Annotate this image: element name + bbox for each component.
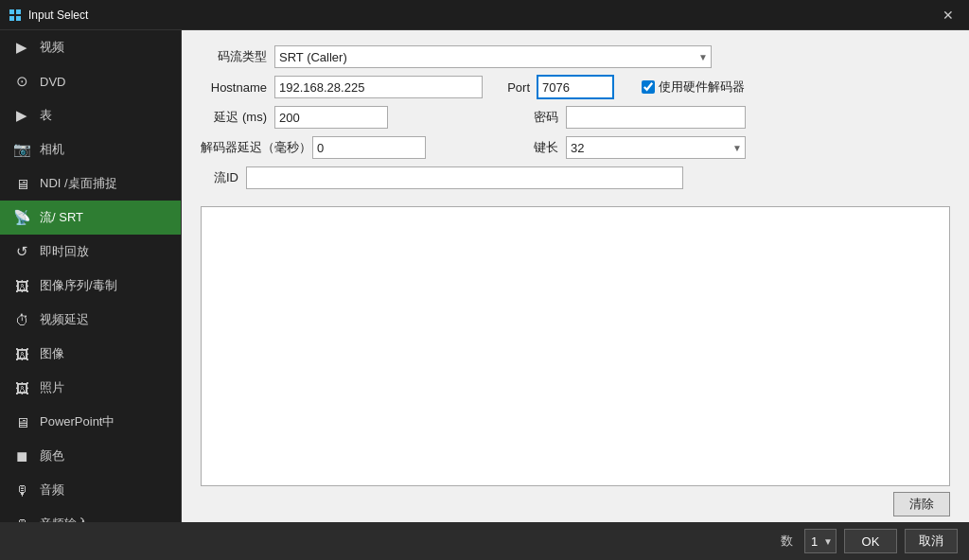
stream-icon: 📡 xyxy=(11,207,32,228)
table-icon: ▶ xyxy=(11,105,32,126)
stream-type-label: 码流类型 xyxy=(201,48,267,65)
hardware-decoder-label[interactable]: 使用硬件解码器 xyxy=(659,79,745,96)
sidebar-item-label-image: 图像 xyxy=(40,345,64,362)
hostname-input[interactable] xyxy=(274,76,483,98)
port-input[interactable] xyxy=(537,76,613,98)
sidebar-item-label-imageseq: 图像序列/毒制 xyxy=(40,277,117,294)
sidebar-item-table[interactable]: ▶表 xyxy=(0,98,181,132)
sidebar-item-label-powerpoint: PowerPoint中 xyxy=(40,413,115,430)
password-input[interactable] xyxy=(566,106,746,129)
port-label: Port xyxy=(492,80,530,95)
hostname-label: Hostname xyxy=(201,80,267,95)
svg-rect-0 xyxy=(9,9,14,14)
sidebar-item-label-replay: 即时回放 xyxy=(40,243,89,260)
replay-icon: ↺ xyxy=(11,241,32,262)
sidebar-item-label-camera: 相机 xyxy=(40,141,64,158)
hardware-decoder-checkbox[interactable] xyxy=(642,80,655,94)
sidebar-item-label-table: 表 xyxy=(40,107,52,124)
decoder-delay-keylength-row: 解码器延迟（毫秒） 键长 321624 ▼ xyxy=(201,136,950,159)
stream-id-row: 流ID xyxy=(201,166,950,189)
close-button[interactable]: ✕ xyxy=(935,2,961,28)
sidebar-item-audioin[interactable]: 🎙音频输入 xyxy=(0,507,181,522)
camera-icon: 📷 xyxy=(11,139,32,160)
count-label: 数 xyxy=(781,533,793,550)
clear-row: 清除 xyxy=(182,486,969,522)
ndi-icon: 🖥 xyxy=(11,173,32,194)
sidebar-item-videodelay[interactable]: ⏱视频延迟 xyxy=(0,303,181,337)
sidebar-item-imageseq[interactable]: 🖼图像序列/毒制 xyxy=(0,269,181,303)
delay-password-row: 延迟 (ms) 密码 xyxy=(201,106,950,129)
sidebar-item-replay[interactable]: ↺即时回放 xyxy=(0,235,181,269)
svg-rect-1 xyxy=(16,9,21,14)
sidebar-item-label-photo: 照片 xyxy=(40,379,64,396)
stream-id-input[interactable] xyxy=(246,166,683,189)
sidebar-item-video[interactable]: ▶视频 xyxy=(0,30,181,64)
key-length-label: 键长 xyxy=(511,139,558,156)
stream-type-row: 码流类型 SRT (Caller)SRT (Listener)RTMPHLS ▼ xyxy=(201,45,950,68)
footer: 数 1234 ▼ OK 取消 xyxy=(0,522,969,560)
password-label: 密码 xyxy=(511,109,558,126)
sidebar-item-label-stream: 流/ SRT xyxy=(40,209,83,226)
image-icon: 🖼 xyxy=(11,343,32,364)
sidebar-item-powerpoint[interactable]: 🖥PowerPoint中 xyxy=(0,405,181,439)
sidebar-item-label-video: 视频 xyxy=(40,39,64,56)
title-bar: Input Select ✕ xyxy=(0,0,969,30)
videodelay-icon: ⏱ xyxy=(11,309,32,330)
key-length-select[interactable]: 321624 xyxy=(566,136,746,159)
stream-id-label: 流ID xyxy=(201,169,238,186)
decoder-delay-input[interactable] xyxy=(312,136,426,159)
main-layout: ▶视频⊙DVD▶表📷相机🖥NDI /桌面捕捉📡流/ SRT↺即时回放🖼图像序列/… xyxy=(0,30,969,522)
sidebar-item-label-audioin: 音频输入 xyxy=(40,516,89,522)
sidebar-item-photo[interactable]: 🖼照片 xyxy=(0,371,181,405)
sidebar-item-ndi[interactable]: 🖥NDI /桌面捕捉 xyxy=(0,166,181,201)
sidebar-item-dvd[interactable]: ⊙DVD xyxy=(0,64,181,98)
sidebar-item-label-videodelay: 视频延迟 xyxy=(40,311,89,328)
hardware-decoder-row: 使用硬件解码器 xyxy=(642,79,745,96)
sidebar-item-image[interactable]: 🖼图像 xyxy=(0,337,181,371)
sidebar: ▶视频⊙DVD▶表📷相机🖥NDI /桌面捕捉📡流/ SRT↺即时回放🖼图像序列/… xyxy=(0,30,182,522)
svg-rect-2 xyxy=(9,16,14,21)
powerpoint-icon: 🖥 xyxy=(11,411,32,432)
dvd-icon: ⊙ xyxy=(11,71,32,92)
sidebar-item-audio[interactable]: 🎙音频 xyxy=(0,473,181,507)
sidebar-item-label-ndi: NDI /桌面捕捉 xyxy=(40,175,117,192)
decoder-delay-label: 解码器延迟（毫秒） xyxy=(201,139,305,156)
stream-type-select[interactable]: SRT (Caller)SRT (Listener)RTMPHLS xyxy=(274,45,712,68)
count-select-wrapper: 1234 ▼ xyxy=(804,529,837,553)
sidebar-item-stream[interactable]: 📡流/ SRT xyxy=(0,201,181,235)
ok-button[interactable]: OK xyxy=(844,529,897,553)
sidebar-item-label-color: 颜色 xyxy=(40,447,64,464)
delay-label: 延迟 (ms) xyxy=(201,109,267,126)
imageseq-icon: 🖼 xyxy=(11,275,32,296)
content-area: 码流类型 SRT (Caller)SRT (Listener)RTMPHLS ▼… xyxy=(182,30,969,522)
audioin-icon: 🎙 xyxy=(11,514,32,522)
hostname-port-row: Hostname Port 使用硬件解码器 xyxy=(201,76,950,98)
sidebar-item-color[interactable]: ◼颜色 xyxy=(0,439,181,473)
svg-rect-3 xyxy=(16,16,21,21)
clear-button[interactable]: 清除 xyxy=(893,492,950,516)
color-icon: ◼ xyxy=(11,446,32,466)
delay-input[interactable] xyxy=(274,106,388,129)
cancel-button[interactable]: 取消 xyxy=(905,529,958,553)
window-title: Input Select xyxy=(28,9,935,22)
sidebar-item-label-audio: 音频 xyxy=(40,481,64,499)
stream-type-select-wrapper: SRT (Caller)SRT (Listener)RTMPHLS ▼ xyxy=(274,45,712,68)
photo-icon: 🖼 xyxy=(11,377,32,398)
video-icon: ▶ xyxy=(11,37,32,58)
sidebar-item-camera[interactable]: 📷相机 xyxy=(0,132,181,166)
key-length-wrapper: 321624 ▼ xyxy=(566,136,746,159)
app-icon xyxy=(8,8,23,23)
audio-icon: 🎙 xyxy=(11,480,32,500)
sidebar-item-label-dvd: DVD xyxy=(40,75,65,89)
count-select[interactable]: 1234 xyxy=(804,529,837,553)
preview-area xyxy=(201,206,950,486)
form-area: 码流类型 SRT (Caller)SRT (Listener)RTMPHLS ▼… xyxy=(182,30,969,206)
